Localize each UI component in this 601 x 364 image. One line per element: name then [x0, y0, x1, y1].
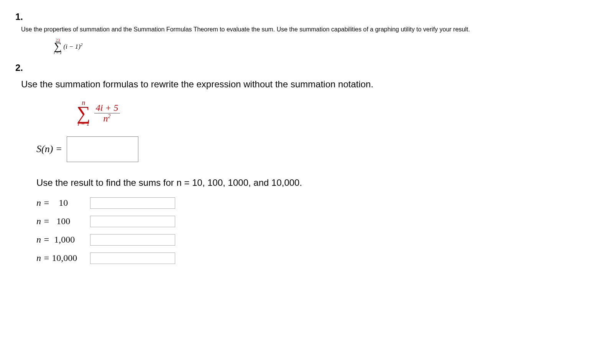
n-label: n = 100 [36, 216, 90, 226]
q2-instruction-1: Use the summation formulas to rewrite th… [21, 79, 586, 90]
n-row-10000: n = 10,000 [36, 251, 586, 266]
n-row-1000: n = 1,000 [36, 233, 586, 247]
sum-lower: i = 1 [54, 51, 62, 55]
q1-formula: 23 ∑ i = 1 (i − 1)2 [54, 36, 586, 55]
q2-formula: n ∑ i = 1 4i + 5 n2 [77, 99, 586, 127]
sigma-icon: ∑ [54, 42, 62, 51]
q2-number: 2. [15, 62, 586, 73]
n-row-10: n = 10 [36, 196, 586, 210]
q1-number: 1. [15, 11, 586, 22]
q1-instruction: Use the properties of summation and the … [21, 26, 586, 33]
n-label: n = 10 [36, 198, 90, 208]
fraction: 4i + 5 n2 [94, 103, 120, 124]
sum-lower: i = 1 [77, 121, 89, 127]
sn-row: S(n) = [36, 136, 586, 162]
numerator: 4i + 5 [94, 103, 120, 113]
n-label: n = 1,000 [36, 234, 90, 245]
denominator: n2 [102, 113, 112, 124]
n-input-10000[interactable] [90, 253, 175, 264]
sn-label: S(n) = [36, 143, 62, 155]
n-input-1000[interactable] [90, 234, 175, 246]
n-input-100[interactable] [90, 216, 175, 227]
sn-input[interactable] [67, 136, 138, 162]
n-label: n = 10,000 [36, 253, 90, 263]
n-row-100: n = 100 [36, 214, 586, 229]
q2-instruction-2: Use the result to find the sums for n = … [36, 177, 586, 188]
sum-term: (i − 1)2 [63, 42, 82, 51]
sigma-icon: ∑ [77, 106, 90, 121]
n-input-10[interactable] [90, 197, 175, 209]
